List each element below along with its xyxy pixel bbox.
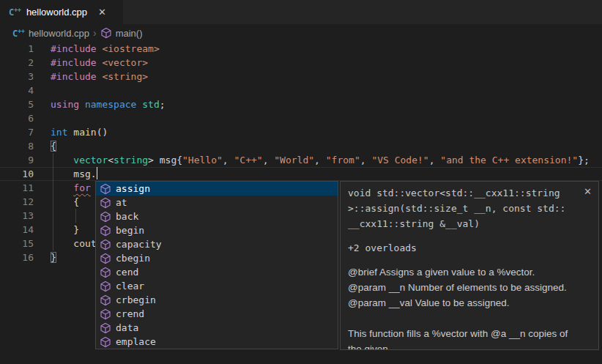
indent-guide bbox=[75, 209, 76, 223]
suggestion-item-emplace[interactable]: emplace bbox=[96, 335, 338, 349]
line-content[interactable]: cout bbox=[34, 237, 97, 250]
line-number: 16 bbox=[0, 250, 34, 264]
symbol-method-icon bbox=[100, 336, 111, 348]
line-content[interactable]: using namespace std; bbox=[34, 97, 166, 111]
line-number: 8 bbox=[0, 139, 34, 153]
suggestion-item-back[interactable]: back bbox=[96, 209, 338, 223]
suggestion-label: back bbox=[116, 211, 138, 222]
line-content[interactable]: #include <iostream> bbox=[34, 42, 160, 56]
symbol-method-icon bbox=[100, 27, 112, 39]
symbol-method-icon bbox=[100, 197, 111, 209]
symbol-method-icon bbox=[100, 183, 111, 195]
suggestion-label: emplace bbox=[116, 336, 156, 347]
suggestion-item-assign[interactable]: assign bbox=[96, 182, 338, 196]
intellisense-suggest-list: assignatbackbegincapacitycbegincendclear… bbox=[95, 181, 338, 349]
line-number: 7 bbox=[0, 125, 34, 139]
code-line[interactable]: 6 bbox=[0, 111, 602, 125]
line-number: 4 bbox=[0, 83, 34, 97]
suggestion-label: crbegin bbox=[116, 294, 156, 305]
indent-guide bbox=[53, 153, 53, 250]
line-number: 10 bbox=[0, 167, 34, 181]
breadcrumb-file[interactable]: C++ helloworld.cpp bbox=[12, 28, 89, 39]
tab-title: helloworld.cpp bbox=[26, 7, 87, 18]
code-line[interactable]: 1#include <iostream> bbox=[0, 42, 602, 56]
line-content[interactable]: #include <string> bbox=[34, 70, 148, 83]
vscode-window: C++ helloworld.cpp ✕ C++ helloworld.cpp … bbox=[0, 0, 602, 364]
code-line[interactable]: 7int main() bbox=[0, 125, 602, 139]
suggestion-item-cend[interactable]: cend bbox=[96, 265, 338, 279]
suggestion-item-cbegin[interactable]: cbegin bbox=[96, 251, 338, 265]
cpp-file-icon: C++ bbox=[12, 28, 25, 39]
intellisense-docs-panel: ✕ void std::vector<std::__cxx11::string … bbox=[340, 181, 599, 350]
line-number: 14 bbox=[0, 223, 34, 237]
overloads-count: +2 overloads bbox=[348, 242, 579, 253]
line-number: 2 bbox=[0, 56, 34, 70]
close-icon[interactable]: ✕ bbox=[584, 186, 592, 197]
suggestion-item-capacity[interactable]: capacity bbox=[96, 237, 338, 251]
line-content[interactable] bbox=[34, 209, 51, 223]
line-number: 13 bbox=[0, 209, 34, 223]
line-number: 5 bbox=[0, 97, 34, 111]
symbol-method-icon bbox=[100, 308, 111, 320]
suggestion-label: assign bbox=[116, 183, 150, 194]
line-content[interactable]: { bbox=[34, 139, 56, 153]
code-line[interactable]: 8{ bbox=[0, 139, 602, 153]
line-content[interactable]: #include <vector> bbox=[34, 56, 148, 70]
suggestion-label: crend bbox=[116, 308, 144, 319]
suggestion-label: cbegin bbox=[116, 253, 150, 264]
text-cursor bbox=[97, 167, 98, 179]
tab-helloworld-cpp[interactable]: C++ helloworld.cpp ✕ bbox=[0, 0, 123, 24]
symbol-method-icon bbox=[100, 267, 111, 278]
suggestion-item-crbegin[interactable]: crbegin bbox=[96, 293, 338, 307]
line-content[interactable]: int main() bbox=[34, 125, 108, 139]
code-line[interactable]: 9 vector<string> msg{"Hello", "C++", "Wo… bbox=[0, 153, 602, 167]
line-content[interactable]: } bbox=[34, 250, 56, 264]
suggestion-item-data[interactable]: data bbox=[96, 321, 338, 335]
line-content[interactable] bbox=[34, 83, 51, 97]
suggest-items: assignatbackbegincapacitycbegincendclear… bbox=[96, 182, 338, 349]
line-content[interactable]: vector<string> msg{"Hello", "C++", "Worl… bbox=[34, 153, 590, 167]
doc-comment: @brief Assigns a given value to a %vecto… bbox=[348, 264, 579, 350]
suggestion-label: data bbox=[116, 322, 138, 333]
chevron-right-icon: › bbox=[93, 27, 97, 39]
tab-close-icon[interactable]: ✕ bbox=[98, 7, 106, 18]
line-number: 6 bbox=[0, 111, 34, 125]
code-line[interactable]: 2#include <vector> bbox=[0, 56, 602, 70]
suggestion-label: at bbox=[116, 197, 127, 208]
cpp-file-icon: C++ bbox=[9, 7, 21, 18]
suggestion-item-begin[interactable]: begin bbox=[96, 223, 338, 237]
code-line[interactable]: 4 bbox=[0, 83, 602, 97]
code-line[interactable]: 3#include <string> bbox=[0, 70, 602, 83]
symbol-method-icon bbox=[100, 211, 111, 223]
line-number: 3 bbox=[0, 70, 34, 83]
code-line[interactable]: 5using namespace std; bbox=[0, 97, 602, 111]
line-content[interactable]: { bbox=[34, 195, 79, 209]
suggestion-item-crend[interactable]: crend bbox=[96, 307, 338, 321]
breadcrumb: C++ helloworld.cpp › main() bbox=[0, 25, 602, 41]
tab-bar: C++ helloworld.cpp ✕ bbox=[0, 0, 602, 24]
symbol-method-icon bbox=[100, 322, 111, 334]
symbol-method-icon bbox=[100, 225, 111, 237]
line-number: 12 bbox=[0, 195, 34, 209]
line-number: 15 bbox=[0, 237, 34, 250]
suggestion-label: capacity bbox=[116, 239, 162, 250]
symbol-method-icon bbox=[100, 253, 111, 264]
function-signature: void std::vector<std::__cxx11::string >:… bbox=[348, 185, 579, 231]
breadcrumb-symbol[interactable]: main() bbox=[100, 27, 143, 39]
line-content[interactable]: for bbox=[34, 181, 91, 195]
symbol-method-icon bbox=[100, 294, 111, 306]
symbol-method-icon bbox=[100, 281, 111, 292]
line-content[interactable] bbox=[34, 111, 51, 125]
line-content[interactable]: msg. bbox=[34, 167, 97, 181]
line-number: 11 bbox=[0, 181, 34, 195]
symbol-method-icon bbox=[100, 239, 111, 250]
line-number: 9 bbox=[0, 153, 34, 167]
suggestion-label: clear bbox=[116, 281, 144, 291]
suggestion-label: begin bbox=[116, 225, 144, 236]
code-line[interactable]: 10 msg. bbox=[0, 167, 602, 181]
line-number: 1 bbox=[0, 42, 34, 56]
suggestion-item-at[interactable]: at bbox=[96, 196, 338, 209]
suggestion-label: cend bbox=[116, 267, 138, 278]
line-content[interactable]: } bbox=[34, 223, 79, 237]
suggestion-item-clear[interactable]: clear bbox=[96, 279, 338, 293]
